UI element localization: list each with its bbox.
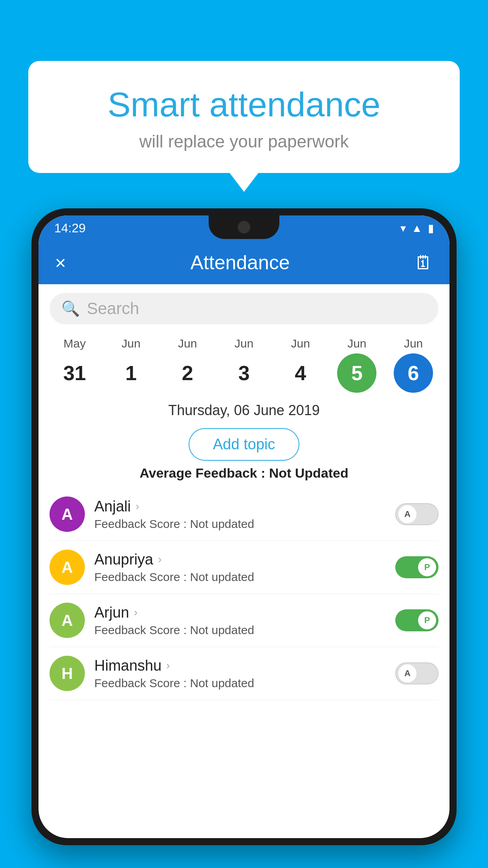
calendar-icon[interactable]: 🗓 — [414, 252, 433, 274]
chevron-icon: › — [158, 553, 161, 566]
cal-day-0[interactable]: May 31 — [49, 337, 100, 393]
add-topic-button[interactable]: Add topic — [189, 428, 299, 461]
battery-icon: ▮ — [428, 222, 434, 235]
cal-day-4[interactable]: Jun 4 — [275, 337, 326, 393]
toggle-himanshu[interactable]: A — [395, 662, 438, 684]
toggle-arjun[interactable]: P — [395, 609, 438, 631]
cal-day-3[interactable]: Jun 3 — [218, 337, 270, 393]
avatar-arjun: A — [50, 603, 85, 638]
cal-day-5[interactable]: Jun 5 — [331, 337, 382, 393]
student-info-himanshu: Himanshu › Feedback Score : Not updated — [94, 657, 395, 690]
toggle-anupriya[interactable]: P — [395, 556, 438, 578]
speech-bubble-container: Smart attendance will replace your paper… — [28, 61, 460, 173]
app-bar: × Attendance 🗓 — [39, 241, 449, 284]
student-item-anupriya[interactable]: A Anupriya › Feedback Score : Not update… — [50, 541, 438, 594]
selected-date: Thursday, 06 June 2019 — [39, 393, 449, 423]
student-item-arjun[interactable]: A Arjun › Feedback Score : Not updated — [50, 594, 438, 647]
calendar-row: May 31 Jun 1 Jun 2 Jun 3 Jun 4 — [39, 333, 449, 393]
cal-day-6[interactable]: Jun 6 — [388, 337, 439, 393]
chevron-icon: › — [166, 659, 170, 672]
student-list: A Anjali › Feedback Score : Not updated — [39, 488, 449, 700]
bubble-subtitle: will replace your paperwork — [48, 132, 440, 151]
phone-outer: 14:29 ▾ ▲ ▮ × Attendance 🗓 🔍 Search — [31, 208, 457, 845]
cal-day-2[interactable]: Jun 2 — [162, 337, 213, 393]
student-item-anjali[interactable]: A Anjali › Feedback Score : Not updated — [50, 488, 438, 541]
close-icon[interactable]: × — [55, 252, 66, 274]
search-icon: 🔍 — [61, 300, 80, 317]
avg-feedback: Average Feedback : Not Updated — [39, 465, 449, 481]
chevron-icon: › — [136, 500, 139, 513]
avatar-anupriya: A — [50, 550, 85, 585]
student-item-himanshu[interactable]: H Himanshu › Feedback Score : Not update… — [50, 647, 438, 700]
student-info-arjun: Arjun › Feedback Score : Not updated — [94, 604, 395, 637]
app-bar-title: Attendance — [191, 251, 290, 274]
phone-camera — [238, 221, 250, 234]
avatar-anjali: A — [50, 497, 85, 532]
chevron-icon: › — [134, 606, 138, 619]
wifi-icon: ▾ — [400, 222, 406, 235]
status-time: 14:29 — [54, 221, 86, 235]
search-bar[interactable]: 🔍 Search — [50, 293, 438, 324]
phone-screen: 14:29 ▾ ▲ ▮ × Attendance 🗓 🔍 Search — [39, 215, 449, 838]
status-icons: ▾ ▲ ▮ — [400, 222, 434, 235]
student-info-anjali: Anjali › Feedback Score : Not updated — [94, 498, 395, 531]
bubble-title: Smart attendance — [48, 85, 440, 125]
toggle-anjali[interactable]: A — [395, 503, 438, 525]
phone-frame: 14:29 ▾ ▲ ▮ × Attendance 🗓 🔍 Search — [31, 208, 457, 868]
student-info-anupriya: Anupriya › Feedback Score : Not updated — [94, 551, 395, 584]
signal-icon: ▲ — [411, 222, 422, 235]
cal-day-1[interactable]: Jun 1 — [106, 337, 157, 393]
phone-notch — [209, 215, 279, 239]
avatar-himanshu: H — [50, 656, 85, 691]
speech-bubble: Smart attendance will replace your paper… — [28, 61, 460, 173]
search-placeholder: Search — [87, 299, 139, 318]
